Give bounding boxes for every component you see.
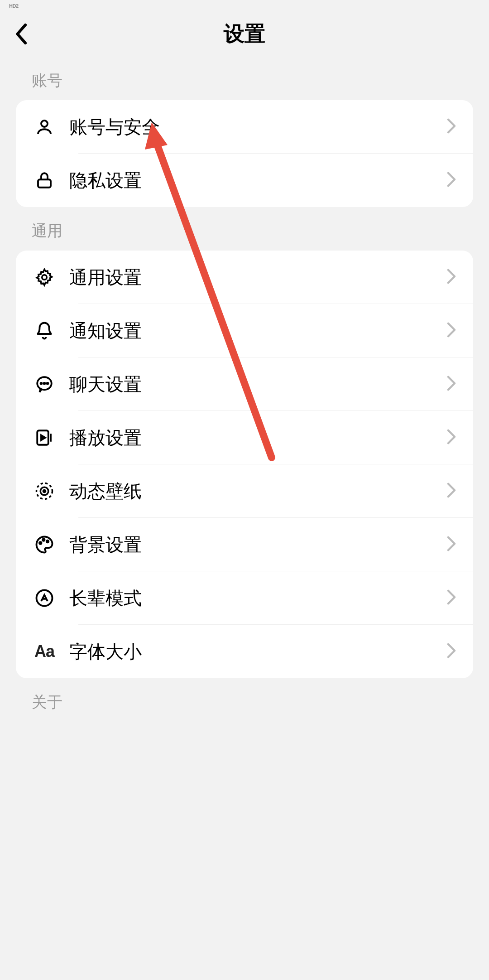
chevron-right-icon xyxy=(447,376,456,393)
bell-icon xyxy=(33,319,56,342)
play-icon xyxy=(33,426,56,449)
item-background[interactable]: 背景设置 xyxy=(16,518,473,571)
chevron-right-icon xyxy=(447,429,456,446)
item-elder-mode[interactable]: 长辈模式 xyxy=(16,571,473,625)
section-label-general: 通用 xyxy=(0,207,489,251)
section-card-general: 通用设置 通知设置 xyxy=(16,251,473,678)
item-label: 通用设置 xyxy=(69,265,447,290)
item-privacy[interactable]: 隐私设置 xyxy=(16,154,473,207)
person-icon xyxy=(33,116,56,138)
svg-point-13 xyxy=(43,539,45,541)
back-button[interactable] xyxy=(14,20,41,48)
svg-point-5 xyxy=(44,383,45,384)
item-label: 通知设置 xyxy=(69,319,447,343)
item-label: 字体大小 xyxy=(69,639,447,664)
palette-icon xyxy=(33,533,56,556)
status-bar: HD2 xyxy=(0,0,489,11)
svg-point-12 xyxy=(39,542,42,544)
chevron-right-icon xyxy=(447,643,456,660)
font-size-icon: Aa xyxy=(33,640,56,663)
gear-icon xyxy=(33,266,56,289)
page-title: 设置 xyxy=(0,20,489,48)
item-wallpaper[interactable]: 动态壁纸 xyxy=(16,464,473,518)
chevron-right-icon xyxy=(447,536,456,553)
chevron-right-icon xyxy=(447,269,456,286)
back-icon xyxy=(14,23,28,45)
svg-point-4 xyxy=(41,383,42,384)
svg-point-6 xyxy=(47,383,48,384)
section-label-about: 关于 xyxy=(0,678,489,722)
chevron-right-icon xyxy=(447,118,456,135)
svg-point-14 xyxy=(47,541,49,543)
chevron-right-icon xyxy=(447,322,456,339)
svg-point-11 xyxy=(43,490,45,492)
chevron-right-icon xyxy=(447,483,456,500)
item-account-security[interactable]: 账号与安全 xyxy=(16,100,473,154)
chat-icon xyxy=(33,373,56,396)
elder-mode-icon xyxy=(33,587,56,609)
svg-point-2 xyxy=(42,275,47,280)
section-label-account: 账号 xyxy=(0,57,489,100)
item-general-settings[interactable]: 通用设置 xyxy=(16,251,473,304)
item-label: 账号与安全 xyxy=(69,115,447,140)
chevron-right-icon xyxy=(447,172,456,189)
item-label: 隐私设置 xyxy=(69,168,447,193)
item-label: 动态壁纸 xyxy=(69,479,447,504)
item-label: 长辈模式 xyxy=(69,586,447,611)
item-font-size[interactable]: Aa 字体大小 xyxy=(16,625,473,678)
wallpaper-icon xyxy=(33,480,56,502)
item-label: 播放设置 xyxy=(69,425,447,450)
header: 设置 xyxy=(0,11,489,57)
chevron-right-icon xyxy=(447,589,456,607)
svg-marker-8 xyxy=(41,435,45,440)
item-label: 背景设置 xyxy=(69,532,447,557)
item-label: 聊天设置 xyxy=(69,372,447,397)
item-chat[interactable]: 聊天设置 xyxy=(16,357,473,411)
svg-point-0 xyxy=(41,121,48,127)
item-playback[interactable]: 播放设置 xyxy=(16,411,473,464)
hd-badge: HD2 xyxy=(9,3,19,9)
item-notifications[interactable]: 通知设置 xyxy=(16,304,473,357)
section-card-account: 账号与安全 隐私设置 xyxy=(16,100,473,207)
lock-icon xyxy=(33,169,56,192)
svg-rect-1 xyxy=(38,179,51,188)
